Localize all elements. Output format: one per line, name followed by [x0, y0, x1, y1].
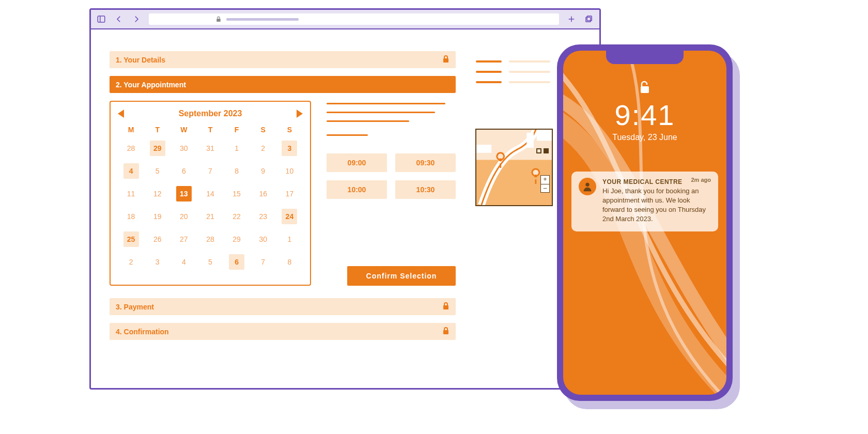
step-your-appointment[interactable]: 2. Your Appointment: [110, 76, 456, 93]
url-placeholder: [226, 18, 299, 21]
step-label: 2. Your Appointment: [116, 81, 186, 89]
calendar-day[interactable]: 26: [144, 231, 171, 247]
calendar-day[interactable]: 5: [144, 163, 171, 179]
placeholder-line: [327, 103, 445, 104]
tabs-overview-icon[interactable]: [584, 14, 594, 24]
calendar-day[interactable]: 19: [144, 208, 171, 225]
calendar-day[interactable]: 22: [224, 208, 250, 225]
phone-notch: [606, 51, 684, 64]
phone-lockscreen: 9:41 Tuesday, 23 June YOUR MEDICAL CENTR…: [563, 51, 726, 395]
calendar-day[interactable]: 9: [250, 163, 276, 179]
svg-rect-8: [443, 305, 448, 309]
svg-rect-6: [586, 17, 591, 22]
calendar-day[interactable]: 28: [197, 231, 223, 247]
svg-rect-7: [443, 58, 448, 63]
calendar-day[interactable]: 13: [171, 185, 197, 202]
calendar-day[interactable]: 4: [171, 254, 197, 270]
calendar-day[interactable]: 5: [197, 254, 223, 270]
calendar-day[interactable]: 31: [197, 140, 223, 157]
calendar-day[interactable]: 10: [276, 163, 303, 179]
svg-rect-12: [526, 133, 534, 148]
forward-icon[interactable]: [131, 14, 142, 24]
step-confirmation[interactable]: 4. Confirmation: [110, 323, 456, 340]
notification-card[interactable]: YOUR MEDICAL CENTRE Hi Joe, thank you fo…: [571, 172, 718, 231]
location-map[interactable]: + –: [475, 129, 553, 206]
calendar-day[interactable]: 18: [118, 208, 144, 225]
calendar-day[interactable]: 11: [118, 185, 144, 202]
calendar-day[interactable]: 25: [118, 231, 144, 247]
calendar-day[interactable]: 7: [197, 163, 223, 179]
svg-point-15: [499, 158, 502, 161]
phone-mockup: 9:41 Tuesday, 23 June YOUR MEDICAL CENTR…: [557, 44, 733, 401]
lock-icon: [442, 327, 450, 336]
sidebar-summary: [476, 60, 550, 91]
calendar-dow: F: [224, 126, 250, 134]
calendar-day[interactable]: 14: [197, 185, 223, 202]
calendar-day[interactable]: 17: [276, 185, 303, 202]
sidebar-toggle-icon[interactable]: [96, 14, 106, 24]
calendar-day[interactable]: 15: [224, 185, 250, 202]
calendar-day[interactable]: 30: [250, 231, 276, 247]
calendar-day[interactable]: 2: [118, 254, 144, 270]
calendar-day[interactable]: 23: [250, 208, 276, 225]
svg-rect-5: [587, 16, 592, 21]
prev-month-icon[interactable]: [118, 110, 124, 118]
confirm-selection-button[interactable]: Confirm Selection: [347, 266, 456, 286]
lock-icon: [442, 302, 450, 312]
time-slot[interactable]: 10:30: [395, 180, 456, 199]
map-layer-icon[interactable]: [536, 148, 541, 153]
lock-icon: [442, 55, 450, 65]
time-slot[interactable]: 09:30: [395, 153, 456, 172]
calendar-day[interactable]: 30: [171, 140, 197, 157]
calendar-day[interactable]: 16: [250, 185, 276, 202]
calendar-day[interactable]: 8: [276, 254, 303, 270]
svg-rect-0: [98, 16, 105, 22]
calendar-day[interactable]: 20: [171, 208, 197, 225]
zoom-out-button[interactable]: –: [541, 184, 549, 192]
svg-point-16: [534, 175, 537, 178]
zoom-in-button[interactable]: +: [541, 176, 549, 184]
calendar-day[interactable]: 28: [118, 140, 144, 157]
calendar-day[interactable]: 4: [118, 163, 144, 179]
address-bar[interactable]: [149, 13, 559, 25]
svg-rect-13: [537, 130, 552, 141]
calendar-day[interactable]: 3: [144, 254, 171, 270]
map-layer-icon[interactable]: [544, 148, 549, 153]
time-slot[interactable]: 09:00: [327, 153, 387, 172]
calendar-day[interactable]: 1: [224, 140, 250, 157]
calendar-day[interactable]: 3: [276, 140, 303, 157]
calendar-day[interactable]: 6: [224, 254, 250, 270]
calendar-dow: S: [276, 126, 303, 134]
calendar-day[interactable]: 29: [144, 140, 171, 157]
map-zoom: + –: [540, 175, 550, 193]
svg-rect-2: [216, 19, 221, 22]
calendar-day[interactable]: 8: [224, 163, 250, 179]
step-label: 3. Payment: [116, 303, 154, 311]
calendar-day[interactable]: 21: [197, 208, 223, 225]
svg-rect-14: [476, 145, 491, 153]
calendar-day[interactable]: 1: [276, 231, 303, 247]
calendar-day[interactable]: 6: [171, 163, 197, 179]
calendar: September 2023 MTWTFSS282930311234567891…: [110, 101, 311, 286]
calendar-day[interactable]: 29: [224, 231, 250, 247]
calendar-dow: T: [144, 126, 171, 134]
calendar-day[interactable]: 7: [250, 254, 276, 270]
calendar-day[interactable]: 12: [144, 185, 171, 202]
time-slot[interactable]: 10:00: [327, 180, 387, 199]
calendar-dow: T: [197, 126, 223, 134]
new-tab-icon[interactable]: [566, 14, 577, 24]
browser-toolbar: [91, 10, 599, 29]
notification-body: Hi Joe, thank you for booking an appoint…: [602, 187, 711, 224]
step-label: 4. Confirmation: [116, 328, 169, 336]
step-your-details[interactable]: 1. Your Details: [110, 51, 456, 68]
calendar-month-label: September 2023: [179, 109, 242, 118]
placeholder-line: [327, 112, 435, 113]
calendar-day[interactable]: 24: [276, 208, 303, 225]
svg-rect-9: [443, 330, 448, 334]
notification-time: 2m ago: [691, 177, 711, 183]
back-icon[interactable]: [114, 14, 124, 24]
next-month-icon[interactable]: [297, 110, 303, 118]
calendar-day[interactable]: 2: [250, 140, 276, 157]
calendar-day[interactable]: 27: [171, 231, 197, 247]
step-payment[interactable]: 3. Payment: [110, 298, 456, 315]
